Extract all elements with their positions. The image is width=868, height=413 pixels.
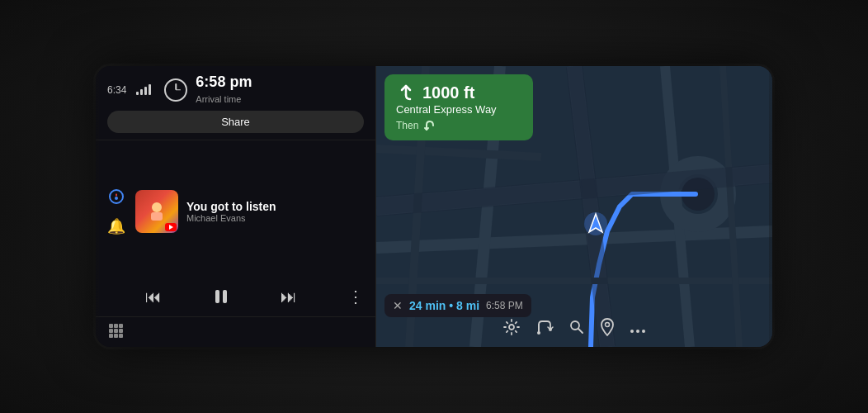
- svg-rect-4: [215, 290, 219, 303]
- google-assistant-icon[interactable]: [107, 188, 125, 206]
- pause-button[interactable]: [212, 287, 230, 306]
- clock-icon: [164, 78, 187, 102]
- svg-point-26: [630, 330, 634, 333]
- eta-arrival-time: 6:58 PM: [486, 300, 523, 311]
- svg-rect-9: [109, 329, 113, 333]
- nav-then-row: Then: [396, 119, 521, 132]
- svg-rect-7: [114, 324, 118, 328]
- svg-rect-3: [151, 212, 163, 221]
- svg-point-28: [642, 330, 645, 333]
- share-button[interactable]: Share: [107, 111, 364, 133]
- svg-rect-8: [119, 324, 123, 328]
- car-background: 6:34 6:58 pm Arrival time Share: [0, 0, 868, 413]
- eta-duration: 24 min • 8 mi: [409, 299, 479, 312]
- svg-point-22: [537, 331, 540, 335]
- location-pin-button[interactable]: [600, 318, 615, 340]
- side-icons: 🔔: [107, 188, 125, 235]
- svg-rect-14: [119, 334, 123, 338]
- time-small: 6:34: [107, 84, 126, 96]
- album-art: [135, 190, 178, 233]
- nav-distance-text: 1000 ft: [422, 83, 474, 102]
- arrival-label: Arrival time: [196, 94, 241, 104]
- top-bar: 6:34 6:58 pm Arrival time: [96, 66, 375, 111]
- nav-street-name: Central Express Way: [396, 103, 521, 116]
- svg-rect-12: [109, 334, 113, 338]
- alt-route-button[interactable]: [535, 318, 554, 340]
- svg-rect-5: [223, 290, 227, 303]
- arrival-time: 6:58 pm: [196, 74, 252, 91]
- track-artist: Michael Evans: [186, 213, 364, 223]
- svg-point-2: [152, 202, 162, 212]
- left-panel: 6:34 6:58 pm Arrival time Share: [96, 66, 376, 347]
- notification-bell-icon[interactable]: 🔔: [107, 217, 125, 235]
- prev-track-button[interactable]: ⏮: [145, 287, 162, 306]
- close-eta-button[interactable]: ✕: [393, 299, 403, 312]
- navigation-card: 1000 ft Central Express Way Then: [384, 74, 533, 140]
- signal-bar-1: [136, 92, 139, 95]
- eta-bar: ✕ 24 min • 8 mi 6:58 PM: [384, 294, 531, 317]
- media-section: 🔔 You got to listen Michael Evans: [96, 140, 375, 283]
- svg-point-25: [606, 323, 610, 327]
- svg-rect-6: [109, 324, 113, 328]
- current-position-arrow: [583, 211, 609, 240]
- arrival-section: 6:58 pm Arrival time: [164, 74, 364, 106]
- bottom-icons: [96, 316, 375, 347]
- arrival-text: 6:58 pm Arrival time: [196, 74, 252, 106]
- youtube-badge: [165, 223, 177, 231]
- next-track-button[interactable]: ⏭: [281, 287, 297, 306]
- turn-arrow-icon: [396, 83, 416, 102]
- signal-bar-2: [140, 89, 143, 95]
- android-auto-screen: 6:34 6:58 pm Arrival time Share: [96, 66, 772, 347]
- map-controls-bar: [376, 318, 772, 340]
- settings-button[interactable]: [502, 318, 521, 340]
- more-options-button[interactable]: ⋮: [347, 287, 364, 306]
- apps-grid-icon[interactable]: [107, 322, 124, 342]
- then-label: Then: [396, 120, 418, 131]
- svg-point-27: [636, 330, 639, 333]
- media-controls: ⏮ ⏭ ⋮: [96, 283, 375, 316]
- svg-rect-11: [119, 329, 123, 333]
- svg-rect-13: [114, 334, 118, 338]
- nav-distance-row: 1000 ft: [396, 83, 521, 102]
- svg-rect-10: [114, 329, 118, 333]
- svg-point-1: [115, 197, 118, 200]
- more-map-options-button[interactable]: [630, 320, 646, 338]
- search-button[interactable]: [568, 319, 585, 339]
- track-title: You got to listen: [186, 200, 364, 213]
- signal-bar-3: [144, 87, 147, 95]
- track-info: You got to listen Michael Evans: [186, 200, 364, 223]
- signal-bar-4: [149, 84, 151, 95]
- svg-point-21: [509, 325, 514, 330]
- map-panel: 1000 ft Central Express Way Then: [376, 66, 772, 347]
- signal-icons: [136, 84, 151, 95]
